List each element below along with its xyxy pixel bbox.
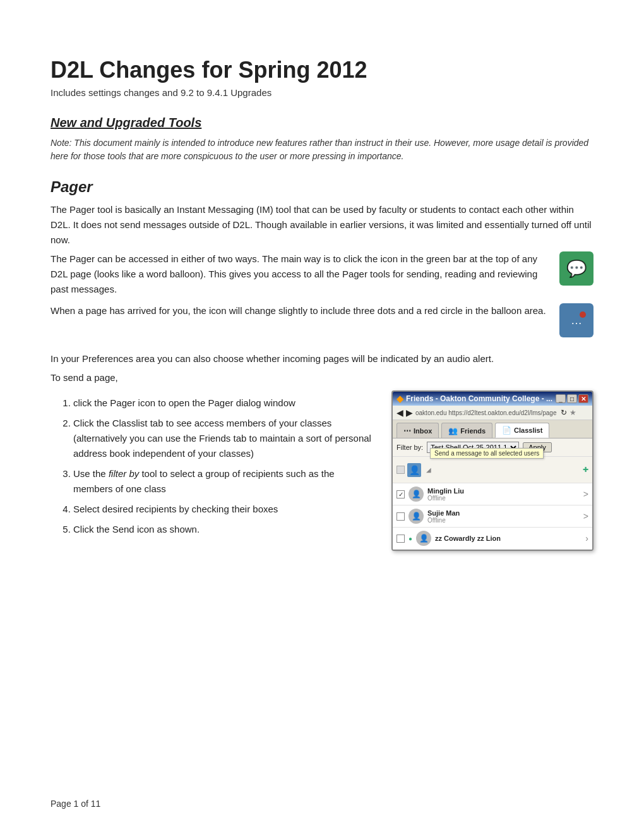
pager-steps-layout: click the Pager icon to open the Pager d… — [51, 390, 593, 551]
pager-para1: The Pager tool is basically an Instant M… — [51, 202, 593, 248]
inbox-icon: ⋯ — [403, 426, 411, 435]
send-tooltip: Send a message to all selected users — [430, 448, 544, 459]
user1-status: Offline — [427, 495, 580, 502]
cursor-indicator: ◢ — [426, 466, 431, 473]
user3-avatar: 👤 — [416, 531, 431, 546]
table-row: 👤 Sujie Man Offline > — [393, 505, 592, 528]
send-icon-large[interactable]: 👤 — [407, 463, 421, 477]
pager-step-4: Select desired recipients by checking th… — [73, 502, 373, 517]
pager-section-heading: Pager — [51, 178, 593, 196]
page-subtitle: Includes settings changes and 9.2 to 9.4… — [51, 87, 593, 98]
dialog-title: Friends - Oakton Community College - ... — [406, 394, 552, 403]
friends-tab[interactable]: 👥 Friends — [441, 423, 492, 438]
user1-info: Minglin Liu Offline — [427, 487, 580, 502]
pager-step-3: Use the filter by tool to select a group… — [73, 466, 373, 497]
user-list: 👤 Send a message to all selected users ◢… — [393, 457, 592, 550]
pager-dialog-screenshot: ◆ Friends - Oakton Community College - .… — [391, 390, 593, 551]
user3-arrow[interactable]: › — [585, 533, 588, 543]
close-button[interactable]: ✕ — [578, 394, 588, 403]
classlist-tab-label: Classlist — [514, 426, 542, 434]
user2-arrow[interactable]: > — [583, 511, 588, 521]
pager-para2: The Pager can be accessed in either of t… — [51, 251, 593, 297]
refresh-icon[interactable]: ↻ — [561, 408, 567, 417]
page-title: D2L Changes for Spring 2012 — [51, 57, 593, 83]
url-text: oakton.edu https://d2ltest.oakton.edu/d2… — [415, 409, 557, 416]
user1-checkbox[interactable]: ✓ — [397, 490, 405, 499]
pager-content: The Pager tool is basically an Instant M… — [51, 202, 593, 551]
dialog-titlebar: ◆ Friends - Oakton Community College - .… — [393, 392, 592, 406]
window-controls: _ □ ✕ — [556, 394, 588, 403]
pager-step-2: Click the Classlist tab to see access me… — [73, 416, 373, 461]
page-footer: Page 1 of 11 — [51, 799, 100, 809]
pager-step-1: click the Pager icon to open the Pager d… — [73, 396, 373, 411]
header-checkbox[interactable] — [397, 466, 405, 474]
pager-step-5: Click the Send icon as shown. — [73, 522, 373, 537]
pager-steps-list: click the Pager icon to open the Pager d… — [51, 390, 373, 542]
user3-info: zz Cowardly zz Lion — [435, 535, 581, 542]
classlist-icon: 📄 — [502, 426, 511, 435]
pager-para5: To send a page, — [51, 370, 593, 385]
classlist-tab[interactable]: 📄 Classlist — [495, 423, 549, 438]
pager-speech-bubble-icon: 💬 — [559, 251, 593, 286]
pager-icon-container-1: 💬 — [559, 251, 593, 291]
friends-tab-label: Friends — [460, 427, 486, 435]
table-row: ● 👤 zz Cowardly zz Lion › — [393, 528, 592, 550]
forward-icon[interactable]: ▶ — [406, 408, 413, 418]
filter-label: Filter by: — [397, 444, 423, 451]
user3-checkbox[interactable] — [397, 535, 405, 543]
user2-avatar: 👤 — [408, 509, 424, 524]
friends-icon: 👥 — [448, 426, 458, 435]
user2-checkbox[interactable] — [397, 512, 405, 521]
user2-status: Offline — [427, 517, 580, 524]
browser-icon: ◆ — [397, 394, 403, 404]
back-icon[interactable]: ◀ — [397, 408, 403, 418]
pager-icon-container-2: … — [559, 303, 593, 342]
section-note: Note: This document mainly is intended t… — [51, 136, 593, 163]
speech-bubble-glyph: 💬 — [566, 259, 587, 279]
inbox-tab[interactable]: ⋯ Inbox — [397, 423, 439, 438]
pager-para3: When a page has arrived for you, the ico… — [51, 303, 593, 318]
user-list-header: 👤 Send a message to all selected users ◢… — [393, 457, 592, 483]
user3-status-dot: ● — [408, 535, 412, 542]
user1-arrow[interactable]: > — [583, 489, 588, 499]
section-heading-new-tools: New and Upgraded Tools — [51, 116, 593, 130]
user2-info: Sujie Man Offline — [427, 509, 580, 524]
minimize-button[interactable]: _ — [556, 394, 566, 403]
pager-dots-icon: … — [559, 303, 593, 337]
pager-ordered-list: click the Pager icon to open the Pager d… — [73, 396, 373, 537]
inbox-tab-label: Inbox — [414, 427, 432, 435]
maximize-button[interactable]: □ — [567, 394, 577, 403]
pager-dialog-window: ◆ Friends - Oakton Community College - .… — [391, 390, 593, 551]
user2-name: Sujie Man — [427, 509, 580, 517]
user1-avatar: 👤 — [408, 486, 424, 502]
pager-para4: In your Preferences area you can also ch… — [51, 351, 593, 366]
address-bar: ◀ ▶ oakton.edu https://d2ltest.oakton.ed… — [393, 406, 592, 420]
send-glyph: 👤 — [409, 465, 420, 475]
dialog-tabs: ⋯ Inbox 👥 Friends 📄 Classlist — [393, 420, 592, 438]
star-icon[interactable]: ★ — [569, 408, 576, 417]
user3-name: zz Cowardly zz Lion — [435, 535, 581, 542]
table-row: ✓ 👤 Minglin Liu Offline > — [393, 483, 592, 505]
red-dot-indicator — [580, 311, 586, 318]
user1-name: Minglin Liu — [427, 487, 580, 495]
add-icon[interactable]: ✚ — [583, 466, 588, 474]
